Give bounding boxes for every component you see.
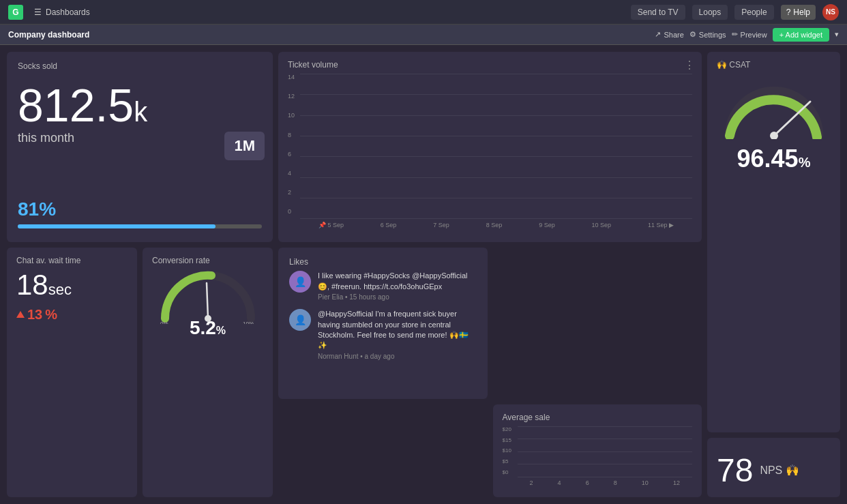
socks-sold-widget: Socks sold 812.5k this month 1M 81% [7,52,273,242]
like-avatar-1: 👤 [289,309,311,331]
preview-label: Preview [741,31,767,39]
like-avatar-0: 👤 [289,271,311,293]
settings-icon: ⚙ [689,30,696,39]
avg-sale-bars-container [518,426,693,477]
nps-widget: 78 NPS 🙌 [707,438,840,497]
progress-bar-container [18,224,262,228]
like-text-1: @HappySofficial I'm a frequent sick buye… [318,309,477,351]
conversion-title: Conversion rate [152,256,263,265]
chat-value: 18sec [16,269,128,301]
dashboard: Socks sold 812.5k this month 1M 81% Tick… [0,45,847,504]
conversion-rate-widget: Conversion rate 0% 10% 5.2% [143,248,273,497]
help-label: Help [793,8,810,17]
nav-right: Send to TV Loops People ? Help NS [631,4,839,20]
preview-button[interactable]: ✏ Preview [732,30,767,39]
settings-label: Settings [699,31,726,39]
nps-row: 78 NPS 🙌 [717,451,831,489]
conversion-gauge-svg: 0% 10% [157,269,259,324]
csat-widget: 🙌 CSAT 0% 100% 96.45% [707,52,840,432]
ticket-volume-widget: Ticket volume ⋮ 0 2 4 6 8 10 12 14 [278,52,702,242]
help-button[interactable]: ? Help [781,5,816,20]
avg-sale-y-axis: $0 $5 $10 $15 $20 [503,426,518,486]
chat-change: 13% [16,307,128,323]
ticket-chart-inner: 📌 5 Sep 6 Sep 7 Sep 8 Sep 9 Sep 10 Sep 1… [300,74,692,228]
people-button[interactable]: People [734,5,773,20]
settings-button[interactable]: ⚙ Settings [689,30,726,39]
svg-text:0%: 0% [160,321,168,324]
preview-icon: ✏ [732,30,738,39]
csat-gauge-container: 0% 100% [717,78,831,139]
csat-value: 96.45% [717,145,831,173]
csat-gauge-svg: 0% 100% [719,78,829,139]
svg-text:10%: 10% [243,321,254,324]
socks-sold-title: Socks sold [18,61,262,71]
conversion-gauge-wrapper: 0% 10% [152,269,263,324]
chat-title: Chat av. wait time [16,256,128,265]
avg-sale-chart-inner: 2 4 6 8 10 12 [518,426,693,486]
ticket-x-axis: 📌 5 Sep 6 Sep 7 Sep 8 Sep 9 Sep 10 Sep 1… [300,222,692,228]
widget-menu-icon[interactable]: ⋮ [684,59,695,72]
top-nav: G ☰ Dashboards Send to TV Loops People ?… [0,0,847,25]
like-content-0: I like wearing #HappySocks @HappySoffici… [318,271,477,301]
svg-line-5 [207,283,208,318]
like-meta-1: Norman Hunt • a day ago [318,353,477,360]
likes-widget: Likes 👤 I like wearing #HappySocks @Happ… [278,248,488,399]
add-widget-dropdown-button[interactable]: ▾ [835,30,839,39]
chat-wait-widget: Chat av. wait time 18sec 13% [7,248,137,497]
progress-bar [18,224,216,228]
up-arrow-icon [16,311,25,318]
dashboard-title: Company dashboard [8,30,89,40]
send-to-tv-button[interactable]: Send to TV [631,5,685,20]
bottom-left-row: Chat av. wait time 18sec 13% Conversion … [7,248,273,497]
add-widget-button[interactable]: + Add widget [773,28,829,42]
socks-percent: 81% [18,198,262,220]
like-item-1: 👤 @HappySofficial I'm a frequent sick bu… [289,309,477,360]
avg-sale-x-axis: 2 4 6 8 10 12 [518,479,693,486]
socks-sold-value: 812.5k [18,82,262,128]
user-avatar: NS [822,4,839,20]
ticket-volume-title: Ticket volume [288,60,692,70]
likes-title: Likes [289,257,477,267]
csat-title: 🙌 CSAT [717,60,831,70]
loops-button[interactable]: Loops [692,5,728,20]
sub-nav-actions: ↗ Share ⚙ Settings ✏ Preview + Add widge… [655,28,839,42]
ticket-y-axis: 0 2 4 6 8 10 12 14 [288,74,300,228]
socks-bottom: 81% [18,188,262,233]
nps-value: 78 [717,451,753,489]
period-badge: 1M [224,132,265,160]
share-icon: ↗ [655,30,661,39]
avg-sale-title: Average sale [503,413,693,422]
avg-sale-chart-area: $0 $5 $10 $15 $20 [503,426,693,486]
avg-sale-widget: Average sale $0 $5 $10 $15 $20 [493,404,702,497]
like-content-1: @HappySofficial I'm a frequent sick buye… [318,309,477,360]
nps-label: NPS 🙌 [760,464,799,477]
like-item-0: 👤 I like wearing #HappySocks @HappySoffi… [289,271,477,301]
like-text-0: I like wearing #HappySocks @HappySoffici… [318,271,477,292]
nav-dashboards: ☰ Dashboards [34,8,90,17]
right-panel: 🙌 CSAT 0% 100% 96.45% [707,52,840,497]
app-logo: G [8,5,23,20]
grid-lines [300,74,692,219]
question-icon: ? [786,8,791,17]
ticket-chart-area: 0 2 4 6 8 10 12 14 [288,74,692,228]
ticket-bars-container [300,74,692,219]
chat-change-value: 13 [27,307,42,323]
share-button[interactable]: ↗ Share [655,30,683,39]
like-meta-0: Pier Elia • 15 hours ago [318,293,477,301]
hamburger-icon: ☰ [34,8,42,17]
nav-dashboards-label: Dashboards [46,8,90,17]
sub-nav: Company dashboard ↗ Share ⚙ Settings ✏ P… [0,25,847,45]
share-label: Share [664,31,683,39]
middle-bottom-row: Average sale $0 $5 $10 $15 $20 [278,248,702,497]
